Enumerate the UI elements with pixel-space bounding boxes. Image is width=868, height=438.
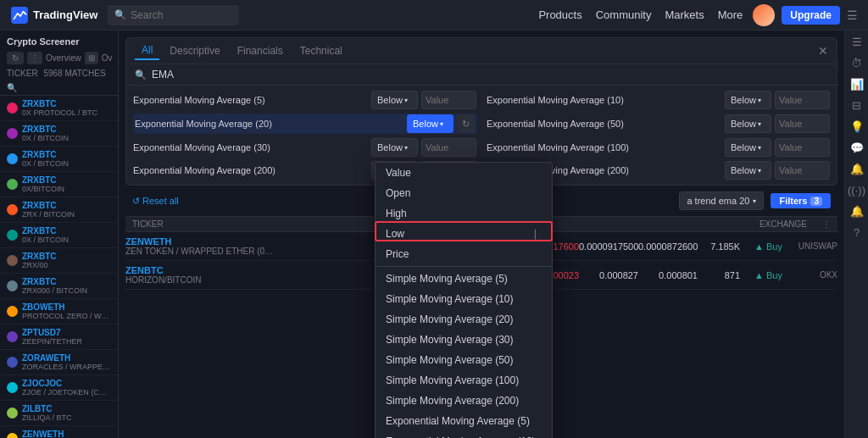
filter-row-ema5: Exponential Moving Average (5) Below▾ <box>133 91 476 109</box>
row-pair-2: HORIZON/BITCOIN <box>125 275 354 285</box>
search-bar[interactable]: 🔍 <box>108 5 239 25</box>
clock-icon[interactable]: ⏱ <box>851 57 862 69</box>
list-item[interactable]: ZORAWETH ZORACLES / WRAPPED ETHER (CALCU <box>0 350 118 375</box>
filter-condition-ema20[interactable]: Below▾ <box>407 114 453 133</box>
logo[interactable]: TradingView <box>10 6 97 25</box>
filters-button[interactable]: Filters 3 <box>771 193 831 208</box>
alert-right-icon[interactable]: 🔔 <box>850 163 864 175</box>
main-layout: Crypto Screener ↻ ⋮ Overview ⊞ Ov TICKER… <box>0 30 868 438</box>
dropdown-item-sma200[interactable]: Simple Moving Average (200) <box>376 391 552 411</box>
sidebar: Crypto Screener ↻ ⋮ Overview ⊞ Ov TICKER… <box>0 30 119 438</box>
watchlist-right-icon[interactable]: ☰ <box>852 36 862 48</box>
ticker-dot <box>7 280 18 291</box>
help-icon[interactable]: ? <box>854 226 860 239</box>
filter-condition-ema30[interactable]: Below▾ <box>371 138 418 157</box>
trend-filter-select[interactable]: a trend ema 20 ▾ <box>679 191 764 210</box>
list-item[interactable]: ZRXBTC ZRX/00 <box>0 248 118 274</box>
filter-condition-ema100[interactable]: Below▾ <box>725 138 771 157</box>
filters-label: Filters <box>779 196 807 206</box>
list-item[interactable]: ZBOWETH PROTOCOL ZERO / WRAPPED ETHER (C <box>0 299 118 324</box>
filter-value-ema50[interactable] <box>775 114 830 133</box>
filter-value-ema30[interactable] <box>421 138 476 157</box>
dropdown-item-open[interactable]: Open <box>376 183 552 203</box>
bell-right-icon[interactable]: 🔔 <box>850 205 864 218</box>
chart-icon[interactable]: 📊 <box>850 78 864 91</box>
ticker-pair: ZORACLES / WRAPPED ETHER (CALCU <box>22 363 111 371</box>
tab-descriptive[interactable]: Descriptive <box>163 42 226 59</box>
filter-right-icon[interactable]: ⊟ <box>852 99 861 112</box>
list-item[interactable]: ZJOCJOC ZJOE / JOETOKEN (CALCULATED BY T… <box>0 375 118 401</box>
filter-condition-ema5[interactable]: Below▾ <box>371 91 418 109</box>
refresh-ema20-button[interactable]: ↻ <box>457 114 475 133</box>
reset-all-button[interactable]: ↺ Reset all <box>132 196 179 207</box>
overview-tab[interactable]: Overview <box>46 53 81 63</box>
ticker-symbol: ZRXBTC <box>22 150 111 159</box>
dots-button[interactable]: ⋮ <box>27 52 42 64</box>
dropdown-item-ema10[interactable]: Exponential Moving Average (10) <box>376 431 552 438</box>
dropdown-item-high[interactable]: High <box>376 203 552 224</box>
nav-community[interactable]: Community <box>596 8 652 21</box>
list-item[interactable]: ZRXBTC 0X / BITCOIN <box>0 223 118 248</box>
watchlist-icon[interactable]: ☰ <box>847 8 858 22</box>
ticker-pair: 0X / BITCOIN <box>22 236 111 244</box>
filter-search-input[interactable] <box>152 69 828 80</box>
list-item[interactable]: ZENWETH ZEN TOKEN / WRAPPED ETHER (0X005… <box>0 426 118 438</box>
nav-more[interactable]: More <box>718 8 743 21</box>
tab-financials[interactable]: Financials <box>231 42 290 59</box>
ticker-pair: ZEEPIN/TETHER <box>22 337 111 346</box>
filter-condition-ema10[interactable]: Below▾ <box>725 91 771 109</box>
upgrade-button[interactable]: Upgrade <box>782 6 840 25</box>
tab-technical[interactable]: Technical <box>293 42 349 59</box>
filter-value-ema5[interactable] <box>421 91 476 109</box>
ticker-label: TICKER <box>7 69 38 78</box>
dropdown-item-sma100[interactable]: Simple Moving Average (100) <box>376 370 552 391</box>
filter-value-ema10[interactable] <box>775 91 830 109</box>
refresh-button[interactable]: ↻ <box>7 52 24 64</box>
ticker-pair: PROTOCOL ZERO / WRAPPED ETHER (C <box>22 312 111 320</box>
nav-products[interactable]: Products <box>538 8 581 21</box>
ticker-symbol: ZBOWETH <box>22 302 111 312</box>
list-item[interactable]: ZRXBTC ZRX / BITCOIN <box>0 197 118 223</box>
sidebar-search-input[interactable] <box>20 82 111 92</box>
list-item[interactable]: ZRXBTC 0X PROTOCOL / BTC <box>0 96 118 121</box>
search-input[interactable] <box>131 9 232 21</box>
ticker-symbol: ZRXBTC <box>22 226 111 236</box>
list-item[interactable]: ZILBTC ZILLIQA / BTC <box>0 401 118 426</box>
dropdown-item-sma5[interactable]: Simple Moving Average (5) <box>376 269 552 289</box>
ov-label: Ov <box>102 53 113 63</box>
chat-right-icon[interactable]: 💬 <box>850 141 864 154</box>
ticker-symbol: ZORAWETH <box>22 353 111 363</box>
list-item[interactable]: ZRXBTC ZRX000 / BITCOIN <box>0 274 118 299</box>
nav-markets[interactable]: Markets <box>665 8 704 21</box>
chevron-ema5: ▾ <box>404 97 408 104</box>
avatar[interactable] <box>753 4 775 26</box>
filter-value-ema100[interactable] <box>775 138 830 157</box>
row-ticker-info-2: ZENBTC HORIZON/BITCOIN <box>125 265 354 285</box>
filter-value-ema200b[interactable] <box>775 161 830 180</box>
close-panel-button[interactable]: ✕ <box>818 44 828 58</box>
dropdown-item-ema5[interactable]: Exponential Moving Average (5) <box>376 411 552 431</box>
filter-search-bar: 🔍 <box>126 64 837 86</box>
dropdown-item-price[interactable]: Price <box>376 244 552 264</box>
ticker-symbol: ZRXBTC <box>22 252 111 261</box>
dropdown-item-low[interactable]: Low ▏ <box>376 224 552 244</box>
list-item[interactable]: ZRXBTC 0X / BITCOIN <box>0 147 118 172</box>
grid-button[interactable]: ⊞ <box>85 52 98 64</box>
col-dots[interactable]: ⋮ <box>814 219 831 229</box>
cursor-indicator: ▏ <box>535 230 542 239</box>
broadcast-icon[interactable]: ((·)) <box>848 184 865 197</box>
bulb-icon[interactable]: 💡 <box>850 120 864 133</box>
dropdown-item-value[interactable]: Value <box>376 163 552 183</box>
dropdown-item-sma20[interactable]: Simple Moving Average (20) <box>376 309 552 330</box>
dropdown-item-sma10[interactable]: Simple Moving Average (10) <box>376 289 552 309</box>
list-item[interactable]: ZRXBTC 0X / BITCOIN <box>0 121 118 147</box>
list-item[interactable]: ZPTUSD7 ZEEPIN/TETHER <box>0 324 118 350</box>
ticker-pair: 0X/BITCOIN <box>22 185 111 193</box>
filter-condition-ema200b[interactable]: Below▾ <box>725 161 771 180</box>
filter-condition-ema50[interactable]: Below▾ <box>725 114 771 133</box>
dropdown-item-sma30[interactable]: Simple Moving Average (30) <box>376 330 552 350</box>
tab-all[interactable]: All <box>135 42 159 60</box>
dropdown-item-sma50[interactable]: Simple Moving Average (50) <box>376 350 552 370</box>
list-item[interactable]: ZRXBTC 0X/BITCOIN <box>0 172 118 197</box>
sidebar-title: Crypto Screener <box>7 36 80 47</box>
